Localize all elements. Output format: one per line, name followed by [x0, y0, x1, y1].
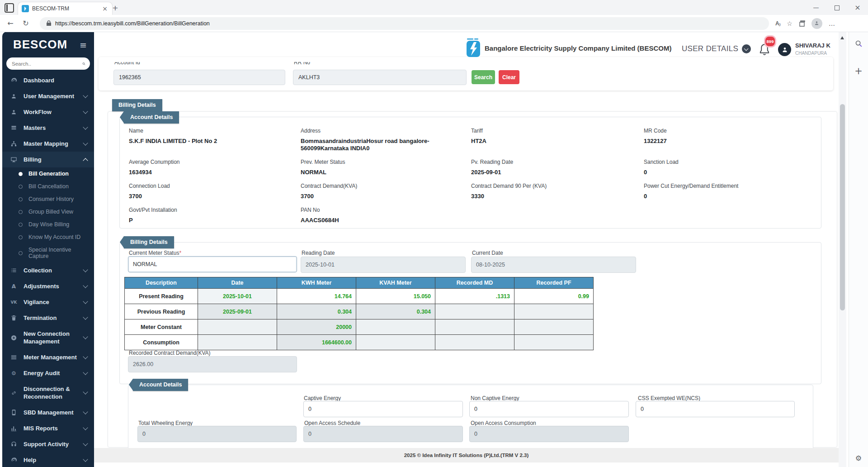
sidebar-subitem-label: Bill Cancellation: [28, 183, 69, 190]
scrollbar-thumb[interactable]: [840, 104, 845, 310]
main-content: Bangalore Electricity Supply Company Lim…: [94, 32, 839, 467]
rr-no-input[interactable]: [293, 70, 467, 85]
sidebar-item-new-connection-management[interactable]: New Connection Management: [2, 326, 94, 349]
plus-circle-icon: [10, 334, 18, 341]
search-button[interactable]: Search: [472, 70, 495, 84]
tab-workspaces-icon[interactable]: [5, 3, 14, 13]
column-header-recorded-md: Recorded MD: [435, 277, 514, 289]
window-maximize-button[interactable]: [826, 0, 847, 15]
browser-menu-icon[interactable]: …: [829, 20, 835, 27]
sidebar-subitem-day-wise-billing[interactable]: Day Wise Billing: [2, 218, 94, 231]
sidebar-subitem-group-billed-view[interactable]: Group Billed View: [2, 205, 94, 218]
user-details-dropdown[interactable]: USER DETAILS: [682, 44, 751, 53]
sidebar-search-icon[interactable]: [849, 40, 868, 49]
window-close-button[interactable]: ×: [847, 0, 868, 15]
refresh-button[interactable]: ↻: [18, 19, 33, 28]
browser-tab[interactable]: BESCOM-TRM ×: [18, 2, 112, 15]
window-minimize-button[interactable]: —: [806, 0, 826, 15]
sidebar-subitem-consumer-history[interactable]: Consumer History: [2, 193, 94, 205]
current-meter-status-select[interactable]: [128, 256, 297, 272]
sidebar-item-adjustments[interactable]: AAdjustments: [2, 278, 94, 294]
cell-previous-reading-kwh-meter: 0.304: [277, 304, 356, 319]
sidebar-item-label: Masters: [24, 124, 78, 132]
vigilance-icon: VK: [10, 300, 18, 305]
open-access-schedule-label: Open Access Schedule: [304, 420, 360, 426]
adjust-icon: A: [10, 283, 18, 290]
css-exempted-we-ncs-input[interactable]: [636, 401, 795, 417]
address-bar[interactable]: https://bescom.trm.ieasybill.com/BillGen…: [40, 17, 769, 30]
field-power-cut-energy-demand-entitlement: Power Cut Energy/Demand Entitlement0: [644, 183, 811, 200]
field-label: Connection Load: [129, 183, 292, 189]
chevron-down-icon: [83, 425, 88, 430]
sidebar-search-input[interactable]: [11, 61, 82, 67]
non-captive-energy-label: Non Captive Energy: [471, 395, 519, 401]
back-button[interactable]: ←: [3, 19, 18, 28]
sidebar-item-collection[interactable]: Collection: [2, 262, 94, 278]
sidebar-item-mis-reports[interactable]: MIS Reports: [2, 420, 94, 436]
sidebar-add-icon[interactable]: +: [849, 66, 868, 76]
account-details-ribbon: Account Details: [124, 111, 179, 124]
sidebar-item-label: Dashboard: [24, 76, 87, 84]
list-icon: [10, 267, 18, 274]
captive-energy-input[interactable]: [303, 401, 463, 417]
field-contract-demand-90-per-kva: Contract Demand 90 Per (KVA)3330: [471, 183, 644, 200]
field-value: S.K.F INDIA LIMITED - Plot No 2: [129, 138, 292, 145]
sidebar-item-label: New Connection Management: [24, 330, 78, 345]
field-govt-pvt-installation: Govt/Pvt InstallationP: [129, 207, 301, 224]
non-captive-energy-input[interactable]: [469, 401, 629, 417]
sidebar-item-meter-management[interactable]: Meter Management: [2, 349, 94, 365]
field-label: Contract Demand(KVA): [301, 183, 463, 189]
sidebar-item-sbd-management[interactable]: SBD Management: [2, 405, 94, 420]
sidebar-item-label: Energy Audit: [24, 369, 78, 377]
sidebar-item-termination[interactable]: Termination: [2, 310, 94, 326]
sidebar-item-master-mapping[interactable]: Master Mapping: [2, 136, 94, 152]
read-aloud-icon[interactable]: A): [775, 20, 780, 27]
reading-date-input: [301, 257, 466, 273]
favorites-star-icon[interactable]: ☆: [787, 20, 793, 27]
clear-button[interactable]: Clear: [499, 70, 519, 84]
page-scrollbar[interactable]: [839, 32, 846, 467]
field-sanction-load: Sanction Load0: [644, 159, 811, 176]
bullet-icon: [19, 197, 23, 201]
sidebar-item-energy-audit[interactable]: ⚙Energy Audit: [2, 365, 94, 381]
sidebar-item-disconnection-reconnection[interactable]: Disconnection & Reconnection: [2, 381, 94, 405]
link-icon: [10, 390, 18, 396]
sidebar-item-workflow[interactable]: WorkFlow: [2, 104, 94, 120]
sidebar-item-vigilance[interactable]: VKVigilance: [2, 294, 94, 310]
chevron-down-icon: [83, 441, 88, 446]
sidebar-subitem-bill-cancellation[interactable]: Bill Cancellation: [2, 180, 94, 193]
field-average-conumption: Average Conumption1634934: [129, 159, 301, 176]
sidebar-subitem-bill-generation[interactable]: Bill Generation: [2, 167, 94, 180]
sidebar-subitem-special-incentive-capture[interactable]: Special Incentive Capture: [2, 243, 94, 262]
bullet-icon: [19, 172, 23, 176]
field-pan-no: PAN NoAAACS0684H: [301, 207, 471, 224]
new-tab-button[interactable]: +: [110, 4, 120, 14]
cell-previous-reading-recorded-md: [435, 304, 514, 319]
sidebar-item-billing[interactable]: Billing: [2, 152, 94, 167]
sidebar-item-support-activity[interactable]: Support Activity: [2, 436, 94, 452]
chevron-down-icon: [83, 140, 88, 145]
settings-gear-icon[interactable]: ⚙: [849, 454, 868, 462]
field-tariff: TariffHT2A: [471, 128, 644, 152]
user-icon: [10, 109, 18, 115]
sidebar-item-dashboard[interactable]: Dashboard: [2, 72, 94, 88]
sidebar-item-user-management[interactable]: User Management: [2, 88, 94, 104]
sidebar-item-label: Meter Management: [24, 353, 78, 361]
sidebar-item-masters[interactable]: Masters: [2, 120, 94, 136]
collections-icon[interactable]: [799, 20, 805, 27]
cell-meter-constant-date: [198, 319, 277, 335]
field-connection-load: Connection Load3700: [129, 183, 301, 200]
sidebar-item-label: Help: [24, 456, 78, 464]
browser-profile-avatar[interactable]: [811, 18, 822, 29]
user-name: SHIVARAJ K: [795, 42, 830, 49]
sidebar-subitem-know-my-account-id[interactable]: Know My Account ID: [2, 231, 94, 243]
sidebar-search[interactable]: [6, 57, 90, 70]
scroll-up-arrow-icon[interactable]: [840, 36, 844, 39]
sidebar-item-help[interactable]: Help: [2, 452, 94, 467]
account-id-input[interactable]: [113, 70, 285, 85]
user-avatar[interactable]: [778, 43, 791, 56]
cell-present-reading-kwh-meter: 14.764: [277, 289, 356, 304]
rr-no-label: RR No: [294, 62, 310, 66]
tab-close-icon[interactable]: ×: [101, 5, 108, 12]
hamburger-menu-icon[interactable]: ≡: [80, 40, 87, 50]
